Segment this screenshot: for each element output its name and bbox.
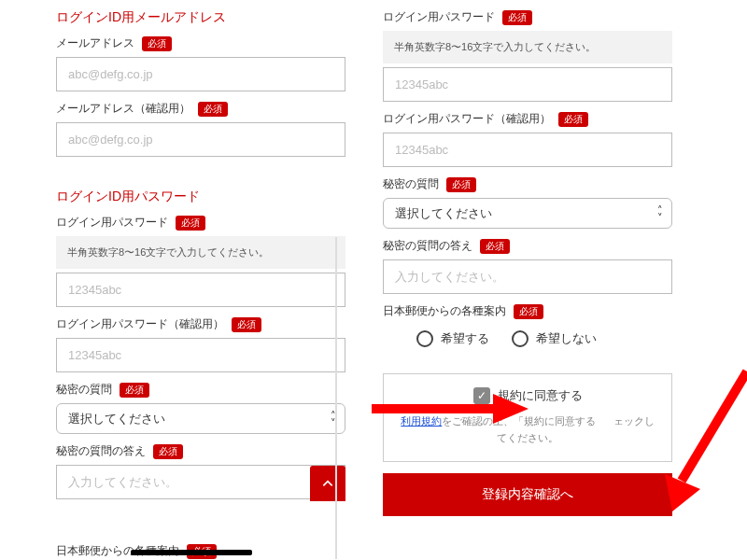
secret-answer-input[interactable] xyxy=(56,465,345,499)
password-label: ログイン用パスワード xyxy=(56,215,168,231)
required-badge: 必須 xyxy=(120,383,149,398)
radio-yes[interactable]: 希望する xyxy=(416,330,489,347)
required-badge: 必須 xyxy=(176,216,205,231)
chevron-up-icon xyxy=(321,477,334,490)
agree-note: 利用規約をご確認の上、「規約に同意する ェックしてください。 xyxy=(399,413,656,446)
password-note: 半角英数字8〜16文字で入力してください。 xyxy=(56,236,345,269)
password-confirm-label: ログイン用パスワード（確認用） xyxy=(383,111,551,127)
agree-box: ✓ 規約に同意する 利用規約をご確認の上、「規約に同意する ェックしてください。 xyxy=(383,373,672,462)
required-badge: 必須 xyxy=(502,10,532,25)
secret-answer-label: 秘密の質問の答え xyxy=(383,238,472,254)
email-confirm-label: メールアドレス（確認用） xyxy=(56,101,190,117)
right-column: ログイン用パスワード 必須 半角英数字8〜16文字で入力してください。 ログイン… xyxy=(383,9,672,516)
password-confirm-input[interactable] xyxy=(383,133,672,167)
password-input[interactable] xyxy=(383,67,672,102)
required-badge: 必須 xyxy=(153,444,183,459)
radio-icon xyxy=(416,330,433,347)
password-confirm-input[interactable] xyxy=(56,338,345,372)
secret-question-label: 秘密の質問 xyxy=(56,382,112,398)
radio-no-label: 希望しない xyxy=(536,330,597,347)
scroll-top-button[interactable] xyxy=(310,466,345,501)
section-title-email: ログインID用メールアドレス xyxy=(56,9,345,26)
redaction-bar xyxy=(131,550,252,555)
required-badge: 必須 xyxy=(480,239,510,254)
agree-checkbox[interactable]: ✓ xyxy=(473,387,490,404)
secret-question-select[interactable]: 選択してください xyxy=(383,198,672,229)
guide-label: 日本郵便からの各種案内 xyxy=(383,303,506,319)
radio-no[interactable]: 希望しない xyxy=(512,330,597,347)
secret-question-label: 秘密の質問 xyxy=(383,176,439,192)
required-badge: 必須 xyxy=(142,36,172,51)
secret-answer-input[interactable] xyxy=(383,259,672,294)
submit-button[interactable]: 登録内容確認へ xyxy=(383,473,672,516)
required-badge: 必須 xyxy=(198,102,228,117)
email-confirm-input[interactable] xyxy=(56,122,345,157)
email-input[interactable] xyxy=(56,57,345,91)
secret-question-select[interactable]: 選択してください xyxy=(56,403,345,434)
required-badge: 必須 xyxy=(232,317,261,332)
password-confirm-label: ログイン用パスワード（確認用） xyxy=(56,316,224,332)
required-badge: 必須 xyxy=(446,177,476,192)
guide-radio-group: 希望する 希望しない xyxy=(383,325,672,357)
agree-label: 規約に同意する xyxy=(498,387,583,404)
password-note: 半角英数字8〜16文字で入力してください。 xyxy=(383,31,672,63)
scrollbar-track[interactable] xyxy=(335,237,337,559)
password-label: ログイン用パスワード xyxy=(383,9,495,25)
password-input[interactable] xyxy=(56,273,345,307)
required-badge: 必須 xyxy=(558,112,588,127)
secret-answer-label: 秘密の質問の答え xyxy=(56,443,146,459)
left-column: ログインID用メールアドレス メールアドレス 必須 メールアドレス（確認用） 必… xyxy=(56,9,345,516)
radio-yes-label: 希望する xyxy=(441,330,489,347)
terms-link[interactable]: 利用規約 xyxy=(401,415,442,427)
email-label: メールアドレス xyxy=(56,35,134,51)
required-badge: 必須 xyxy=(514,304,543,319)
section-title-password: ログインID用パスワード xyxy=(56,189,345,205)
radio-icon xyxy=(512,330,529,347)
